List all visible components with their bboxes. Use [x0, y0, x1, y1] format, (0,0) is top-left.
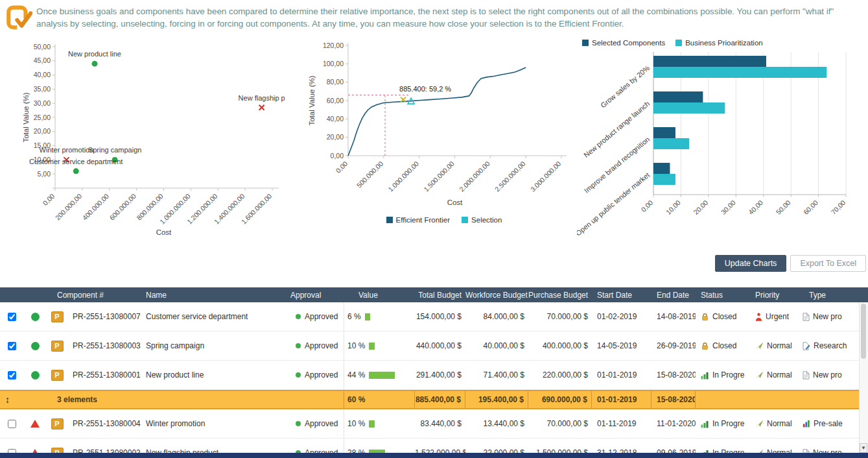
- start-date-cell: 01-11-2019: [592, 419, 651, 428]
- purchase-budget-cell: 70.000,00 $: [528, 312, 592, 321]
- name-cell: Winter promotion: [141, 419, 290, 428]
- name-cell: Spring campaign: [141, 341, 290, 350]
- components-table: Component #NameApprovalValueTotal Budget…: [0, 287, 868, 458]
- end-date-cell: 15-08-2020: [651, 370, 696, 380]
- column-header-status[interactable]: Status: [696, 291, 751, 300]
- svg-text:80,00: 80,00: [327, 78, 344, 86]
- value-bar: [369, 343, 375, 350]
- svg-text:0,00: 0,00: [41, 192, 56, 207]
- svg-text:50,00: 50,00: [774, 199, 792, 216]
- selected-indicator-icon: [23, 342, 47, 350]
- table-body: PPR-2551-13080007Customer service depart…: [0, 302, 868, 458]
- summary-workforce-budget: 195.400,00 $: [465, 391, 528, 408]
- row-select-cell: [0, 369, 23, 381]
- status-cell: Closed: [696, 312, 751, 321]
- table-row[interactable]: PPR-2551-13080004Winter promotionApprove…: [0, 409, 860, 439]
- svg-text:40,00: 40,00: [747, 199, 764, 216]
- svg-text:25,00: 25,00: [34, 114, 51, 121]
- efficient-frontier-legend: Efficient FrontierSelection: [305, 216, 583, 224]
- component-id-cell: PR-2551-13080004: [67, 419, 141, 428]
- svg-text:Winter promotion: Winter promotion: [40, 146, 94, 154]
- table-scrollbar[interactable]: ▼: [859, 302, 868, 453]
- intro-description: Once business goals and components have …: [36, 5, 863, 30]
- svg-text:0,00: 0,00: [639, 199, 654, 213]
- svg-text:Customer service department: Customer service department: [29, 158, 123, 165]
- legend-label: Selected Components: [592, 39, 665, 47]
- approval-cell: Approved: [290, 409, 344, 438]
- summary-label: 3 elements: [23, 395, 290, 404]
- value-cell: 10 %: [344, 341, 415, 350]
- svg-text:400.000,00: 400.000,00: [81, 192, 111, 222]
- table-row[interactable]: PPR-2551-13080001New product lineApprove…: [0, 361, 860, 390]
- component-id-cell: PR-2551-13080003: [67, 341, 141, 350]
- priority-cell: Normal: [751, 341, 799, 350]
- row-select-checkbox[interactable]: [8, 420, 16, 428]
- column-header-component-[interactable]: Component #: [57, 291, 141, 300]
- column-header-end-date[interactable]: End Date: [651, 291, 696, 300]
- column-header-start-date[interactable]: Start Date: [592, 291, 651, 300]
- project-badge-icon: P: [47, 341, 67, 352]
- reorder-handle[interactable]: ↕: [0, 394, 23, 405]
- cost-value-scatter-chart: 5,0010,0015,0020,0025,0030,0035,0040,004…: [3, 38, 303, 256]
- type-cell: Research: [799, 341, 860, 350]
- column-header-name[interactable]: Name: [141, 291, 290, 300]
- svg-text:Cost: Cost: [447, 199, 463, 206]
- svg-text:30,00: 30,00: [34, 99, 51, 107]
- svg-text:3.000.000,00: 3.000.000,00: [529, 160, 563, 193]
- purchase-budget-cell: 220.000,00 $: [528, 370, 592, 380]
- selection-summary-row[interactable]: ↕3 elements60 %885.400,00 $195.400,00 $6…: [0, 390, 860, 409]
- approved-dot-icon: [296, 314, 301, 319]
- svg-text:885.400: 59,2 %: 885.400: 59,2 %: [399, 85, 451, 93]
- type-cell: Pre-sale: [799, 419, 860, 428]
- approved-dot-icon: [296, 421, 301, 426]
- row-select-cell: [0, 418, 23, 430]
- svg-text:Cost: Cost: [156, 228, 172, 236]
- svg-text:20,00: 20,00: [327, 133, 344, 141]
- project-badge-icon: P: [47, 370, 67, 381]
- svg-text:Total Value (%): Total Value (%): [22, 92, 30, 142]
- svg-text:100,00: 100,00: [323, 60, 344, 67]
- row-select-checkbox[interactable]: [8, 371, 16, 380]
- name-cell: New product line: [141, 370, 290, 380]
- svg-text:Spring campaign: Spring campaign: [88, 146, 142, 154]
- svg-text:600.000,00: 600.000,00: [108, 192, 137, 222]
- workforce-budget-cell: 13.440,00 $: [465, 419, 528, 428]
- type-cell: New pro: [799, 370, 860, 380]
- scrollbar-thumb[interactable]: [861, 304, 866, 359]
- svg-text:0,00: 0,00: [334, 160, 349, 175]
- svg-text:40,00: 40,00: [34, 71, 51, 78]
- legend-swatch: [386, 217, 393, 223]
- column-header-workforce-budget[interactable]: Workforce Budget: [465, 291, 528, 300]
- column-header-type[interactable]: Type: [799, 291, 860, 300]
- column-header-total-budget[interactable]: Total Budget: [415, 291, 465, 300]
- legend-swatch: [675, 40, 682, 46]
- value-bar: [369, 420, 375, 428]
- legend-label: Business Prioaritization: [685, 39, 763, 47]
- total-budget-cell: 83.440,00 $: [415, 419, 465, 428]
- value-bar: [365, 313, 370, 320]
- approved-dot-icon: [296, 372, 301, 378]
- row-select-checkbox[interactable]: [8, 342, 16, 350]
- table-row[interactable]: PPR-2551-13080003Spring campaignApproved…: [0, 331, 860, 361]
- svg-text:35,00: 35,00: [34, 85, 51, 93]
- legend-label: Efficient Frontier: [396, 216, 451, 224]
- type-cell: New pro: [799, 312, 860, 321]
- export-to-excel-button[interactable]: Export To Excel: [790, 255, 866, 272]
- chart-actions: Update Charts Export To Excel: [715, 255, 866, 272]
- svg-text:1.500.000,00: 1.500.000,00: [422, 160, 456, 193]
- column-header-purchase-budget[interactable]: Purchase Budget: [528, 291, 592, 300]
- scroll-down-button[interactable]: ▼: [860, 443, 867, 453]
- column-header-value[interactable]: Value: [344, 291, 415, 300]
- svg-text:500.000,00: 500.000,00: [355, 160, 385, 189]
- priority-cell: Urgent: [751, 312, 799, 321]
- row-select-checkbox[interactable]: [8, 313, 16, 321]
- table-row[interactable]: PPR-2551-13080007Customer service depart…: [0, 302, 860, 331]
- column-header-priority[interactable]: Priority: [751, 291, 799, 300]
- svg-text:40,00: 40,00: [327, 115, 344, 123]
- update-charts-button[interactable]: Update Charts: [715, 255, 787, 272]
- value-bar: [369, 372, 395, 379]
- value-cell: 10 %: [344, 419, 415, 428]
- column-header-approval[interactable]: Approval: [290, 291, 344, 300]
- goals-comparison-bar-chart: Selected ComponentsBusiness Prioaritizat…: [577, 38, 868, 244]
- value-cell: 6 %: [344, 312, 415, 321]
